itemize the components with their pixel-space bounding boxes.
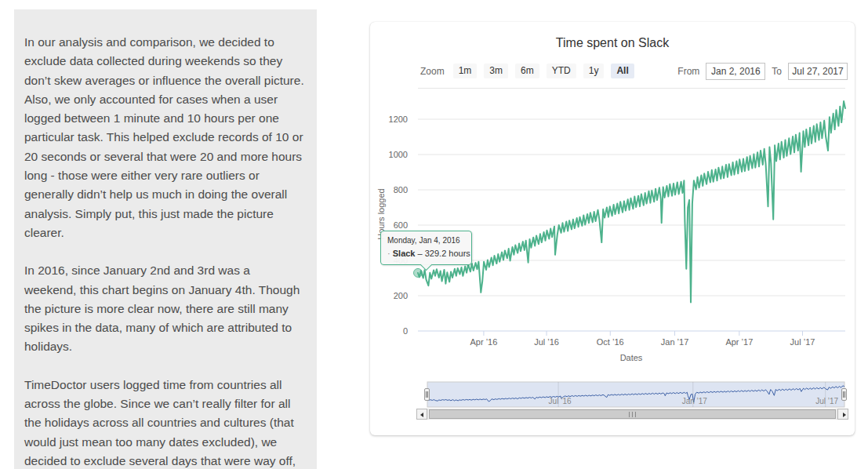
- analysis-paragraph-1: In our analysis and comparison, we decid…: [24, 33, 305, 242]
- svg-text:Jul ’17: Jul ’17: [790, 337, 815, 347]
- svg-text:200: 200: [394, 291, 408, 300]
- svg-text:600: 600: [394, 220, 408, 230]
- chart-card: Time spent on Slack Zoom 1m 3m 6m YTD 1y…: [370, 22, 855, 435]
- slack-series-line: [414, 101, 846, 303]
- handle-grip-icon: [426, 391, 428, 398]
- left-arrow-icon: [420, 413, 423, 417]
- tooltip-value: 329.2 hours: [425, 249, 470, 258]
- time-series-chart[interactable]: 020040060080010001200Apr ’16Jul ’16Oct ’…: [370, 22, 855, 435]
- svg-text:Jul ’16: Jul ’16: [549, 397, 572, 405]
- tooltip-row: · Slack – 329.2 hours: [387, 249, 471, 258]
- x-axis-title: Dates: [620, 353, 643, 362]
- handle-grip-icon: [843, 391, 845, 398]
- right-arrow-icon: [843, 413, 846, 417]
- analysis-paragraph-2: In 2016, since January 2nd and 3rd was a…: [24, 261, 305, 356]
- svg-text:Jan ’17: Jan ’17: [661, 337, 688, 347]
- series-bullet-icon: ·: [387, 249, 390, 258]
- svg-text:Jul ’16: Jul ’16: [534, 337, 559, 347]
- svg-text:1200: 1200: [389, 115, 408, 124]
- svg-text:800: 800: [394, 185, 408, 195]
- tooltip-separator: –: [418, 249, 423, 258]
- svg-text:1000: 1000: [389, 150, 408, 159]
- tooltip-series-name: Slack: [393, 249, 416, 258]
- svg-text:Jul ’17: Jul ’17: [815, 397, 838, 405]
- scrollbar-thumb[interactable]: [429, 409, 836, 419]
- analysis-paragraph-3: TimeDoctor users logged time from countr…: [24, 376, 305, 469]
- scrollbar-left-button[interactable]: [416, 409, 427, 420]
- svg-text:Jan ’17: Jan ’17: [682, 397, 708, 405]
- svg-text:Apr ’16: Apr ’16: [470, 337, 498, 347]
- thumb-grip-icon: [629, 412, 637, 417]
- navigator-scrollbar: [416, 409, 848, 420]
- svg-text:Apr ’17: Apr ’17: [725, 337, 753, 347]
- tooltip-date: Monday, Jan 4, 2016: [387, 236, 471, 245]
- navigator[interactable]: Jul ’16Jan ’17Jul ’17: [427, 382, 844, 407]
- svg-text:0: 0: [403, 326, 408, 336]
- navigator-left-handle[interactable]: [424, 388, 430, 401]
- analysis-text-panel: In our analysis and comparison, we decid…: [14, 9, 317, 469]
- navigator-right-handle[interactable]: [841, 388, 847, 401]
- scrollbar-right-button[interactable]: [837, 409, 848, 420]
- svg-text:Oct ’16: Oct ’16: [597, 337, 624, 347]
- tooltip: Monday, Jan 4, 2016 · Slack – 329.2 hour…: [380, 231, 472, 265]
